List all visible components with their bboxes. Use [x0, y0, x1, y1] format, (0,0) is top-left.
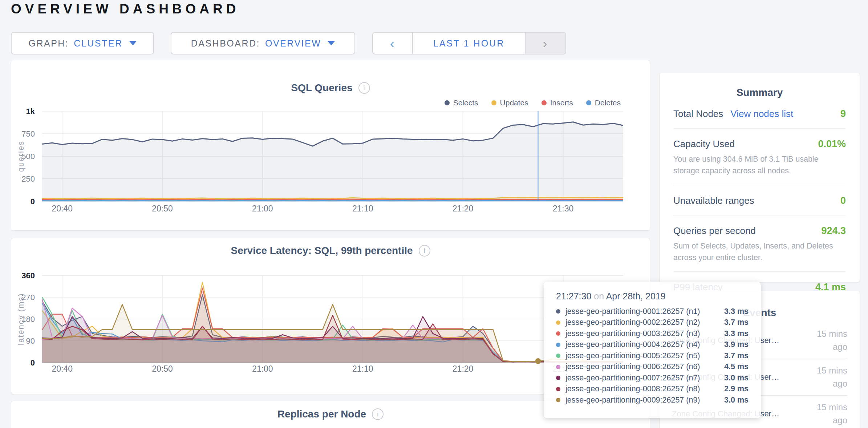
svg-text:21:10: 21:10 [352, 364, 373, 374]
chevron-right-icon: › [543, 36, 548, 51]
event-time: 15 mins ago [800, 401, 847, 427]
tooltip-node-value: 2.9 ms [724, 384, 749, 393]
tooltip-node-name: jesse-geo-partitioning-0006:26257 (n6) [565, 362, 700, 371]
queries-per-second-caption: Sum of Selects, Updates, Inserts, and De… [673, 240, 846, 264]
series-dot-icon [556, 365, 560, 369]
svg-text:latency (ms): latency (ms) [16, 293, 25, 345]
svg-text:20:40: 20:40 [52, 364, 73, 374]
tooltip-on: on [594, 291, 604, 301]
graph-dropdown-label: GRAPH: [28, 38, 69, 49]
tooltip-node-value: 3.7 ms [724, 351, 749, 360]
tooltip-node-name: jesse-geo-partitioning-0007:26257 (n7) [565, 374, 700, 383]
tooltip-row: jesse-geo-partitioning-0003:26257 (n3) 3… [556, 328, 749, 339]
time-range-next-button[interactable]: › [525, 33, 565, 54]
capacity-used-label: Capacity Used [673, 138, 735, 150]
tooltip-row: jesse-geo-partitioning-0006:26257 (n6) 4… [556, 362, 749, 373]
series-dot-icon [556, 331, 560, 336]
svg-text:0: 0 [31, 197, 35, 206]
tooltip-node-value: 4.5 ms [724, 362, 749, 371]
tooltip-row: jesse-geo-partitioning-0009:26257 (n9) 3… [556, 395, 749, 406]
svg-text:250: 250 [21, 174, 35, 183]
tooltip-node-value: 3.9 ms [724, 340, 749, 349]
series-dot-icon [556, 398, 560, 402]
tooltip-node-name: jesse-geo-partitioning-0003:26257 (n3) [565, 329, 700, 338]
svg-text:360: 360 [21, 271, 35, 280]
tooltip-node-name: jesse-geo-partitioning-0008:26257 (n8) [565, 384, 700, 393]
summary-row-unavailable: Unavailable ranges 0 [673, 185, 846, 206]
series-dot-icon [556, 309, 560, 314]
svg-text:1k: 1k [26, 107, 35, 116]
chart-hover-tooltip: 21:27:30 on Apr 28th, 2019 jesse-geo-par… [544, 282, 761, 418]
svg-text:21:10: 21:10 [352, 204, 373, 213]
total-nodes-value: 9 [840, 108, 846, 120]
unavailable-ranges-value: 0 [840, 195, 846, 206]
page-title: OVERVIEW DASHBOARD [11, 1, 240, 17]
sql-queries-chart[interactable]: 20:4020:5021:0021:1021:2021:300250500750… [11, 60, 650, 230]
chevron-down-icon [129, 41, 137, 45]
tooltip-row: jesse-geo-partitioning-0008:26257 (n8) 2… [556, 384, 749, 395]
replicas-per-node-title-text: Replicas per Node [277, 408, 366, 420]
tooltip-row: jesse-geo-partitioning-0001:26257 (n1) 3… [556, 306, 749, 317]
chevron-down-icon [328, 41, 335, 45]
tooltip-row: jesse-geo-partitioning-0005:26257 (n5) 3… [556, 350, 749, 362]
tooltip-timestamp: 21:27:30 on Apr 28th, 2019 [556, 291, 749, 302]
time-range-selector: ‹ LAST 1 HOUR › [372, 32, 566, 54]
queries-per-second-value: 924.3 [821, 225, 846, 237]
capacity-used-value: 0.01% [818, 138, 846, 150]
svg-text:90: 90 [26, 336, 35, 346]
tooltip-node-value: 3.7 ms [724, 318, 749, 327]
svg-text:20:40: 20:40 [52, 204, 73, 213]
svg-text:0: 0 [31, 358, 35, 367]
tooltip-row: jesse-geo-partitioning-0007:26257 (n7) 3… [556, 372, 749, 384]
summary-panel: Summary Total Nodes View nodes list 9 Ca… [659, 73, 860, 282]
tooltip-time: 21:27:30 [556, 291, 591, 301]
summary-row-qps: Queries per second 924.3 [673, 215, 846, 237]
graph-dropdown-value: CLUSTER [74, 38, 122, 49]
svg-text:21:20: 21:20 [453, 364, 474, 374]
tooltip-row: jesse-geo-partitioning-0004:26257 (n4) 3… [556, 339, 749, 351]
summary-row-capacity: Capacity Used 0.01% [673, 129, 846, 150]
series-dot-icon [556, 354, 560, 358]
event-time: 15 mins ago [800, 327, 847, 354]
svg-text:21:30: 21:30 [553, 204, 574, 213]
dashboard-dropdown-label: DASHBOARD: [191, 38, 260, 49]
info-icon[interactable] [372, 408, 384, 420]
tooltip-node-name: jesse-geo-partitioning-0002:26257 (n2) [565, 318, 700, 327]
series-dot-icon [556, 387, 560, 391]
tooltip-rows: jesse-geo-partitioning-0001:26257 (n1) 3… [556, 306, 749, 406]
tooltip-row: jesse-geo-partitioning-0002:26257 (n2) 3… [556, 317, 749, 328]
tooltip-date: Apr 28th, 2019 [606, 291, 666, 301]
tooltip-node-name: jesse-geo-partitioning-0001:26257 (n1) [565, 307, 700, 316]
time-range-value[interactable]: LAST 1 HOUR [413, 33, 525, 54]
svg-text:20:50: 20:50 [152, 204, 173, 213]
series-dot-icon [556, 376, 560, 380]
summary-row-total-nodes: Total Nodes View nodes list 9 [673, 98, 846, 120]
unavailable-ranges-label: Unavailable ranges [673, 195, 754, 206]
tooltip-node-name: jesse-geo-partitioning-0004:26257 (n4) [565, 340, 700, 349]
svg-text:20:50: 20:50 [152, 364, 173, 374]
dashboard-dropdown[interactable]: DASHBOARD: OVERVIEW [171, 32, 355, 54]
queries-per-second-label: Queries per second [673, 225, 756, 237]
svg-text:21:00: 21:00 [252, 364, 273, 374]
graph-dropdown[interactable]: GRAPH: CLUSTER [11, 32, 154, 54]
svg-text:21:20: 21:20 [453, 204, 474, 213]
time-range-prev-button[interactable]: ‹ [373, 33, 413, 54]
total-nodes-label: Total Nodes [673, 108, 723, 120]
tooltip-node-name: jesse-geo-partitioning-0005:26257 (n5) [565, 351, 700, 360]
tooltip-node-value: 3.0 ms [724, 374, 749, 383]
sql-queries-card: SQL Queries Selects Updates Inserts Dele… [11, 60, 650, 231]
svg-text:21:00: 21:00 [252, 204, 273, 213]
event-time: 15 mins ago [800, 364, 847, 390]
summary-title: Summary [673, 87, 846, 98]
series-dot-icon [556, 343, 560, 347]
chevron-left-icon: ‹ [390, 36, 395, 51]
tooltip-node-value: 3.3 ms [724, 329, 749, 338]
svg-text:queries: queries [16, 141, 25, 172]
tooltip-node-value: 3.3 ms [724, 307, 749, 316]
tooltip-node-value: 3.0 ms [724, 396, 749, 405]
dashboard-dropdown-value: OVERVIEW [265, 38, 321, 49]
tooltip-node-name: jesse-geo-partitioning-0009:26257 (n9) [565, 396, 700, 405]
view-nodes-list-link[interactable]: View nodes list [730, 108, 793, 120]
series-dot-icon [556, 320, 560, 325]
svg-text:750: 750 [21, 129, 35, 138]
